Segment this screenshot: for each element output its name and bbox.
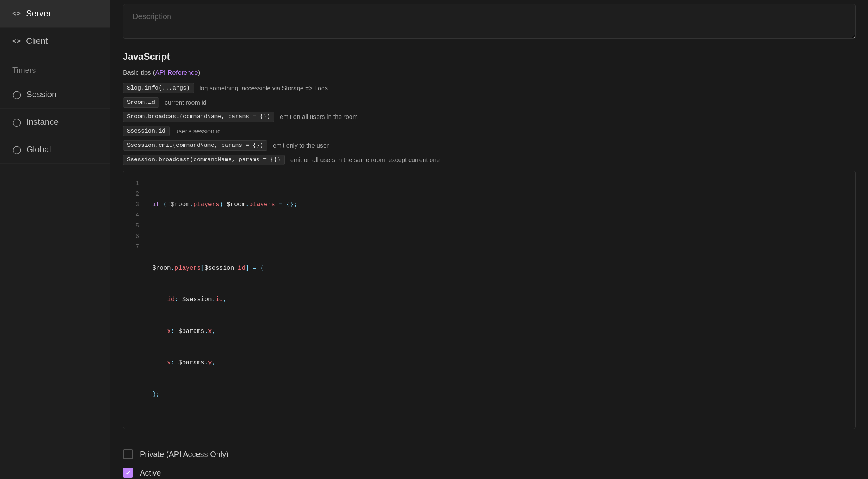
ln-2: 2 — [129, 189, 139, 200]
javascript-section: JavaScript Basic tips (API Reference) $l… — [123, 51, 856, 429]
private-label: Private (API Access Only) — [140, 450, 229, 459]
ln-4: 4 — [129, 210, 139, 221]
basic-tips-line: Basic tips (API Reference) — [123, 69, 856, 77]
description-textarea[interactable] — [123, 4, 856, 39]
active-label: Active — [140, 469, 161, 477]
sidebar-item-client[interactable]: <> Client — [0, 28, 110, 55]
code-line-3: $room.players[$session.id] = { — [152, 263, 847, 274]
tip-code-2: $room.id — [123, 97, 159, 108]
line-numbers: 1 2 3 4 5 6 7 — [123, 179, 145, 421]
sidebar-item-server[interactable]: <> Server — [0, 0, 110, 28]
tip-desc-4: user's session id — [175, 128, 221, 135]
tip-code-3: $room.broadcast(commandName, params = {}… — [123, 112, 274, 122]
basic-tips-close: ) — [198, 69, 200, 76]
sidebar-item-session-label: Session — [26, 90, 57, 100]
active-checkbox-row: Active — [123, 468, 856, 478]
ln-1: 1 — [129, 179, 139, 189]
timers-label: Timers — [12, 66, 36, 75]
tip-code-1: $log.info(...args) — [123, 83, 194, 93]
checkbox-section: Private (API Access Only) Active — [123, 449, 856, 478]
tip-code-4: $session.id — [123, 126, 170, 136]
tip-row-1: $log.info(...args) log something, access… — [123, 83, 856, 93]
sidebar-timers-header: Timers — [0, 55, 110, 81]
clock-icon-global: ◯ — [12, 145, 21, 154]
tip-code-5: $session.emit(commandName, params = {}) — [123, 140, 267, 151]
ln-5: 5 — [129, 221, 139, 231]
javascript-title: JavaScript — [123, 51, 856, 62]
tip-desc-2: current room id — [165, 99, 207, 106]
sidebar-item-session[interactable]: ◯ Session — [0, 81, 110, 109]
sidebar-item-server-label: Server — [26, 9, 51, 19]
ln-3: 3 — [129, 200, 139, 210]
code-line-7: }; — [152, 389, 847, 400]
tip-row-3: $room.broadcast(commandName, params = {}… — [123, 112, 856, 122]
sidebar-item-instance[interactable]: ◯ Instance — [0, 109, 110, 136]
code-icon-client: <> — [12, 37, 21, 45]
code-editor-wrapper: 1 2 3 4 5 6 7 if (!$room.players) $room.… — [123, 171, 856, 429]
sidebar-item-instance-label: Instance — [26, 117, 59, 127]
basic-tips-prefix: Basic tips ( — [123, 69, 155, 76]
ln-7: 7 — [129, 242, 139, 252]
code-content: if (!$room.players) $room.players = {}; … — [145, 179, 855, 421]
code-line-2 — [152, 231, 847, 242]
ln-6: 6 — [129, 231, 139, 242]
code-line-6: y: $params.y, — [152, 358, 847, 368]
sidebar: <> Server <> Client Timers ◯ Session ◯ I… — [0, 0, 110, 479]
clock-icon-session: ◯ — [12, 90, 21, 99]
tip-desc-6: emit on all users in the same room, exce… — [290, 157, 440, 164]
tip-row-2: $room.id current room id — [123, 97, 856, 108]
tip-desc-1: log something, accessible via Storage =>… — [200, 85, 328, 92]
code-editor[interactable]: 1 2 3 4 5 6 7 if (!$room.players) $room.… — [123, 171, 856, 429]
code-line-4: id: $session.id, — [152, 295, 847, 305]
tip-code-6: $session.broadcast(commandName, params =… — [123, 155, 285, 165]
tip-desc-5: emit only to the user — [273, 142, 329, 149]
code-line-5: x: $params.x, — [152, 326, 847, 337]
private-checkbox[interactable] — [123, 449, 133, 459]
code-line-1: if (!$room.players) $room.players = {}; — [152, 200, 847, 210]
code-icon-server: <> — [12, 10, 21, 18]
sidebar-item-global[interactable]: ◯ Global — [0, 136, 110, 164]
main-content: JavaScript Basic tips (API Reference) $l… — [110, 0, 868, 479]
private-checkbox-row: Private (API Access Only) — [123, 449, 856, 459]
api-reference-link[interactable]: API Reference — [155, 69, 198, 76]
sidebar-item-client-label: Client — [26, 36, 48, 46]
tip-row-5: $session.emit(commandName, params = {}) … — [123, 140, 856, 151]
tip-row-4: $session.id user's session id — [123, 126, 856, 136]
tip-row-6: $session.broadcast(commandName, params =… — [123, 155, 856, 165]
tip-desc-3: emit on all users in the room — [280, 114, 358, 121]
sidebar-item-global-label: Global — [26, 145, 51, 155]
clock-icon-instance: ◯ — [12, 117, 21, 127]
active-checkbox[interactable] — [123, 468, 133, 478]
